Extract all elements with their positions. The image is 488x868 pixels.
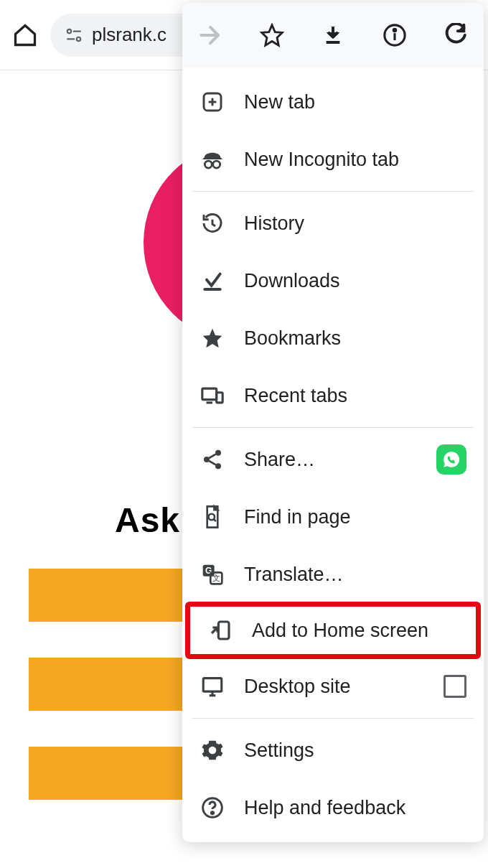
downloads-icon	[200, 268, 225, 294]
menu-add-home[interactable]: Add to Home screen	[185, 602, 481, 659]
forward-icon	[197, 22, 224, 49]
devices-icon	[200, 383, 225, 409]
svg-marker-17	[203, 329, 222, 348]
translate-icon: G文	[200, 561, 225, 587]
forward-button[interactable]	[195, 20, 225, 50]
svg-point-26	[209, 514, 215, 521]
svg-rect-32	[218, 622, 229, 639]
star-icon	[260, 23, 284, 47]
menu-item-label: Desktop site	[244, 676, 444, 698]
menu-item-label: Settings	[244, 739, 466, 762]
home-button[interactable]	[11, 21, 39, 50]
menu-settings[interactable]: Settings	[182, 722, 484, 779]
menu-item-label: Find in page	[244, 506, 466, 528]
svg-rect-18	[202, 388, 217, 400]
history-icon	[200, 210, 225, 236]
home-icon	[12, 22, 38, 48]
svg-marker-5	[261, 25, 281, 45]
svg-rect-6	[327, 41, 340, 44]
svg-line-27	[214, 519, 216, 521]
menu-item-label: Translate…	[244, 564, 466, 586]
info-icon	[383, 23, 407, 47]
reload-button[interactable]	[441, 20, 471, 50]
whatsapp-icon	[436, 444, 466, 475]
svg-point-22	[204, 457, 210, 462]
menu-item-label: Recent tabs	[244, 385, 466, 407]
gear-icon	[200, 737, 225, 763]
menu-item-label: Downloads	[244, 270, 466, 292]
svg-line-24	[209, 454, 215, 458]
menu-bookmarks[interactable]: Bookmarks	[182, 309, 484, 367]
svg-point-14	[213, 161, 220, 168]
menu-item-label: Help and feedback	[244, 797, 466, 819]
menu-divider	[192, 427, 474, 428]
svg-line-25	[209, 461, 215, 465]
find-icon	[200, 504, 225, 530]
site-settings-icon	[65, 26, 83, 45]
plus-square-icon	[200, 89, 225, 115]
help-icon	[200, 795, 225, 821]
download-icon	[322, 24, 344, 47]
svg-point-9	[393, 29, 395, 31]
browser-menu: New tab New Incognito tab History Downlo…	[182, 3, 484, 842]
bookmark-button[interactable]	[257, 20, 287, 50]
svg-point-38	[211, 812, 213, 814]
svg-text:文: 文	[212, 574, 220, 582]
incognito-icon	[200, 146, 225, 172]
info-button[interactable]	[380, 20, 410, 50]
reload-icon	[444, 23, 468, 47]
menu-new-tab[interactable]: New tab	[182, 73, 484, 131]
svg-point-13	[205, 161, 212, 168]
share-icon	[200, 447, 225, 472]
svg-point-0	[67, 29, 71, 32]
svg-rect-20	[217, 393, 223, 403]
menu-item-label: Bookmarks	[244, 327, 466, 350]
desktop-checkbox[interactable]	[444, 675, 466, 698]
svg-rect-33	[203, 678, 222, 691]
menu-history[interactable]: History	[182, 195, 484, 252]
svg-point-23	[215, 463, 221, 469]
menu-find[interactable]: Find in page	[182, 488, 484, 546]
svg-point-21	[215, 450, 221, 456]
menu-recent-tabs[interactable]: Recent tabs	[182, 367, 484, 424]
menu-item-label: New tab	[244, 91, 466, 113]
menu-divider	[192, 191, 474, 192]
menu-item-label: New Incognito tab	[244, 149, 466, 171]
menu-item-label: Add to Home screen	[252, 620, 459, 642]
menu-desktop[interactable]: Desktop site	[182, 658, 484, 715]
menu-item-label: Share…	[244, 449, 436, 471]
menu-divider	[192, 718, 474, 719]
menu-share[interactable]: Share…	[182, 431, 484, 488]
menu-toolbar	[182, 3, 484, 67]
menu-item-label: History	[244, 213, 466, 235]
menu-incognito[interactable]: New Incognito tab	[182, 131, 484, 188]
menu-help[interactable]: Help and feedback	[182, 779, 484, 836]
download-button[interactable]	[318, 20, 348, 50]
star-filled-icon	[200, 325, 225, 351]
url-text: plsrank.c	[92, 24, 166, 46]
svg-point-36	[210, 747, 215, 753]
desktop-icon	[200, 673, 225, 699]
menu-translate[interactable]: G文 Translate…	[182, 546, 484, 603]
menu-list: New tab New Incognito tab History Downlo…	[182, 67, 484, 842]
svg-point-2	[77, 37, 80, 40]
menu-downloads[interactable]: Downloads	[182, 252, 484, 309]
add-home-icon	[207, 617, 233, 643]
